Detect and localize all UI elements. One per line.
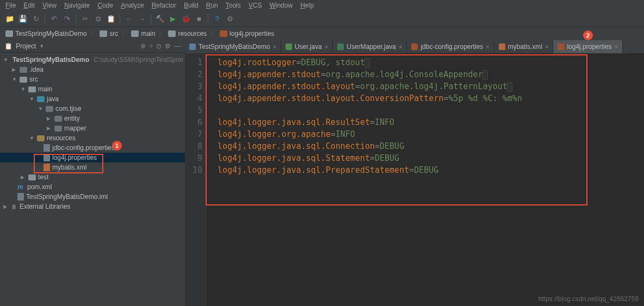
prop-value: DEBUG, stdout bbox=[301, 58, 365, 67]
equals: = bbox=[409, 165, 414, 175]
debug-icon[interactable]: 🐞 bbox=[182, 15, 190, 23]
tree-idea[interactable]: ▶.idea bbox=[0, 65, 185, 74]
menu-build[interactable]: Build bbox=[184, 2, 199, 9]
close-icon[interactable]: × bbox=[545, 43, 548, 50]
main-label: main bbox=[38, 85, 52, 93]
copy-icon[interactable]: ⧉ bbox=[94, 15, 102, 23]
code-line: log4j.logger.java.sql.PreparedStatement=… bbox=[218, 164, 644, 176]
close-icon[interactable]: × bbox=[486, 43, 489, 50]
run-icon[interactable]: ▶ bbox=[169, 15, 177, 23]
tree-jdbc[interactable]: jdbc-config.properties bbox=[0, 143, 185, 153]
tab-mybatis-xml[interactable]: mybatis.xml× bbox=[494, 40, 554, 53]
ext-label: External Libraries bbox=[20, 203, 70, 210]
stop-icon[interactable]: ■ bbox=[195, 15, 203, 23]
equals: = bbox=[355, 82, 360, 91]
menu-vcs[interactable]: VCS bbox=[249, 2, 262, 9]
tree-ext[interactable]: ▶⫼External Libraries bbox=[0, 202, 185, 211]
tab-usermapper-java[interactable]: UserMapper.java× bbox=[333, 40, 407, 53]
tree-entity[interactable]: ▶entity bbox=[0, 114, 185, 123]
tab-log4j-properties[interactable]: log4j.properties× bbox=[553, 40, 623, 53]
equals: = bbox=[370, 153, 375, 163]
file-type-icon bbox=[558, 43, 564, 50]
menu-file[interactable]: File bbox=[5, 2, 16, 9]
separator bbox=[208, 14, 208, 24]
build-icon[interactable]: 🔨 bbox=[156, 15, 164, 23]
tree-root[interactable]: ▼ TestSpringMyBatisDemo C:\study\SSM\Spr… bbox=[0, 55, 185, 65]
folder-icon bbox=[28, 86, 36, 92]
back-icon[interactable]: ← bbox=[125, 15, 133, 23]
forward-icon[interactable]: → bbox=[138, 15, 146, 23]
open-icon[interactable]: 📁 bbox=[5, 15, 14, 23]
locate-icon[interactable]: ⊙ bbox=[156, 42, 162, 50]
tree-mybatis[interactable]: mybatis.xml bbox=[0, 163, 185, 172]
menu-navigate[interactable]: Navigate bbox=[64, 2, 90, 9]
tree-java[interactable]: ▼java bbox=[0, 94, 185, 104]
tree-main[interactable]: ▼main bbox=[0, 84, 185, 94]
save-icon[interactable]: 💾 bbox=[18, 15, 27, 23]
prop-value: org.apache.log4j.ConsoleAppender bbox=[326, 70, 483, 79]
paste-icon[interactable]: 📋 bbox=[107, 15, 115, 23]
breadcrumb-item[interactable]: log4j.properties bbox=[220, 30, 274, 38]
tab-user-java[interactable]: User.java× bbox=[281, 40, 333, 53]
menu-window[interactable]: Window bbox=[269, 2, 293, 9]
prop-key: log4j.logger.java.sql.ResultSet bbox=[218, 117, 370, 127]
tree-pom[interactable]: mpom.xml bbox=[0, 182, 185, 192]
menu-refactor[interactable]: Refactor bbox=[152, 2, 176, 9]
prop-value: INFO bbox=[375, 117, 394, 127]
menu-analyze[interactable]: Analyze bbox=[121, 2, 144, 9]
undo-icon[interactable]: ↶ bbox=[49, 15, 58, 23]
tree-mapper[interactable]: ▶mapper bbox=[0, 123, 185, 133]
tree-pkg[interactable]: ▼com.tjise bbox=[0, 104, 185, 114]
code-line: log4j.logger.java.sql.Connection=DEBUG bbox=[218, 140, 644, 152]
gear-icon[interactable]: ✲ bbox=[140, 42, 146, 50]
close-icon[interactable]: × bbox=[614, 43, 617, 50]
breadcrumb-item[interactable]: main bbox=[131, 30, 155, 38]
breadcrumb-item[interactable]: TestSpringMyBatisDemo bbox=[5, 30, 86, 38]
tab-label: User.java bbox=[295, 43, 322, 51]
breadcrumb-bar: TestSpringMyBatisDemo〉src〉main〉resources… bbox=[0, 27, 644, 40]
prop-value: org.apache.log4j.PatternLayout bbox=[360, 82, 507, 91]
tree-src[interactable]: ▼src bbox=[0, 74, 185, 84]
chevron-right-icon: ▶ bbox=[12, 67, 17, 72]
tree-log4j[interactable]: log4j.properties bbox=[0, 153, 185, 163]
menu-edit[interactable]: Edit bbox=[23, 2, 35, 9]
redo-icon[interactable]: ↷ bbox=[63, 15, 71, 23]
close-icon[interactable]: × bbox=[273, 43, 276, 50]
chevron-right-icon: ▶ bbox=[47, 126, 52, 131]
chevron-down-icon: ▼ bbox=[3, 57, 8, 63]
menu-code[interactable]: Code bbox=[97, 2, 113, 9]
breadcrumb-item[interactable]: resources bbox=[168, 30, 207, 38]
tree-iml[interactable]: TestSpringMyBatisDemo.iml bbox=[0, 192, 185, 202]
tree-resources[interactable]: ▼resources bbox=[0, 133, 185, 143]
prop-value: DEBUG bbox=[414, 165, 438, 175]
close-icon[interactable]: × bbox=[399, 43, 402, 50]
src-label: src bbox=[29, 76, 38, 83]
file-type-icon bbox=[286, 43, 292, 50]
settings-icon[interactable]: ⚙ bbox=[226, 15, 234, 23]
tree-test[interactable]: ▶test bbox=[0, 172, 185, 182]
close-icon[interactable]: × bbox=[325, 43, 328, 50]
breadcrumb-item[interactable]: src bbox=[100, 30, 118, 38]
hide-icon[interactable]: ⚙ bbox=[165, 42, 171, 50]
refresh-icon[interactable]: ↻ bbox=[32, 15, 40, 23]
cut-icon[interactable]: ✂ bbox=[81, 15, 89, 23]
min-icon[interactable]: — bbox=[174, 42, 181, 50]
java-label: java bbox=[47, 95, 59, 103]
menu-tools[interactable]: Tools bbox=[226, 2, 241, 9]
prop-key: log4j.logger.java.sql.Statement bbox=[218, 153, 370, 163]
chevron-right-icon: ▶ bbox=[3, 204, 9, 209]
annotation-callout-2: 2 bbox=[583, 30, 593, 40]
code-view[interactable]: log4j.rootLogger=DEBUG, stdoutlog4j.appe… bbox=[207, 53, 644, 306]
line-number: 5 bbox=[185, 104, 202, 116]
menu-view[interactable]: View bbox=[42, 2, 57, 9]
menu-run[interactable]: Run bbox=[206, 2, 218, 9]
menu-help[interactable]: Help bbox=[300, 2, 314, 9]
file-icon bbox=[44, 144, 50, 152]
code-line: log4j.logger.org.apache=INFO bbox=[218, 128, 644, 140]
help-icon[interactable]: ? bbox=[213, 15, 221, 23]
chevron-down-icon[interactable]: ▼ bbox=[39, 43, 44, 49]
tab-jdbc-config-properties[interactable]: jdbc-config.properties× bbox=[407, 40, 494, 53]
collapse-icon[interactable]: ÷ bbox=[149, 42, 153, 50]
tab-testspringmybatisdemo[interactable]: TestSpringMyBatisDemo× bbox=[185, 40, 281, 53]
prop-key: log4j.appender.stdout.layout.ConversionP… bbox=[218, 93, 443, 103]
